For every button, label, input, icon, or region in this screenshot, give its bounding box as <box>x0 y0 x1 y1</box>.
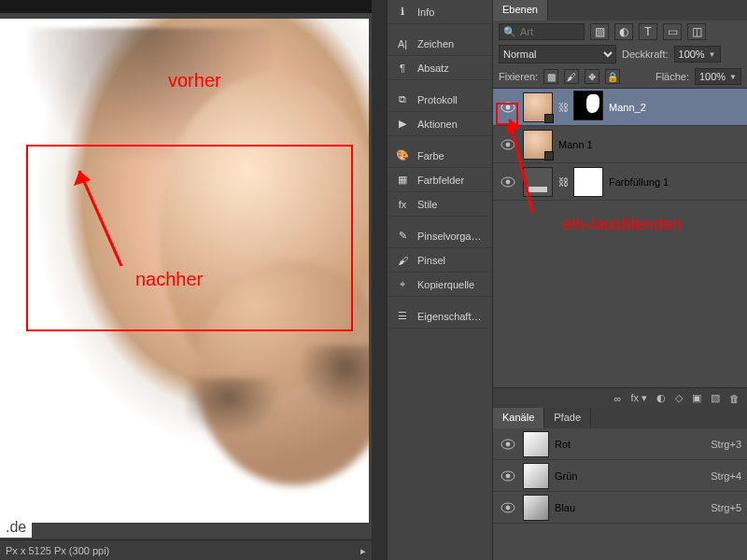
panel-paragraph[interactable]: ¶Absatz <box>388 56 492 80</box>
paragraph-icon: ¶ <box>395 61 410 76</box>
channel-thumbnail[interactable] <box>523 495 549 521</box>
trash-icon[interactable]: 🗑 <box>729 393 740 404</box>
layer-name[interactable]: Mann_2 <box>609 102 646 113</box>
watermark: .de <box>0 517 32 538</box>
panel-properties[interactable]: ☰Eigenschaft… <box>388 304 492 329</box>
opacity-value: 100% <box>679 49 705 60</box>
canvas-top-border <box>0 0 372 13</box>
panel-label: Protokoll <box>417 94 458 105</box>
chevron-down-icon: ▼ <box>729 73 737 81</box>
link-icon[interactable]: ⛓ <box>558 176 568 188</box>
layer-fx-icon[interactable]: fx ▾ <box>630 392 647 404</box>
link-layers-icon[interactable]: ∞ <box>614 393 622 404</box>
lock-all-icon[interactable]: 🔒 <box>605 69 620 84</box>
panel-color[interactable]: 🎨Farbe <box>388 144 492 168</box>
panel-brush-presets[interactable]: ✎Pinselvorga… <box>388 224 492 248</box>
status-text: Px x 5125 Px (300 ppi) <box>6 545 109 556</box>
layer-name[interactable]: Mann 1 <box>558 139 593 150</box>
layer-mask-thumbnail[interactable] <box>573 91 603 120</box>
panel-styles[interactable]: fxStile <box>388 192 492 217</box>
info-icon: ℹ <box>395 5 410 20</box>
properties-icon: ☰ <box>395 309 410 324</box>
annotation-arrow <box>70 163 135 271</box>
panel-label: Absatz <box>417 63 449 74</box>
channel-shortcut: Strg+5 <box>711 502 741 513</box>
panel-label: Stile <box>417 199 437 210</box>
filter-shape-icon[interactable]: ▭ <box>663 23 682 40</box>
channel-name: Grün <box>555 470 577 482</box>
color-icon: 🎨 <box>395 148 410 163</box>
fill-field[interactable]: 100%▼ <box>695 68 741 85</box>
canvas-area[interactable]: vorher nachher .de Px x 5125 Px (300 ppi… <box>0 0 372 560</box>
link-icon[interactable]: ⛓ <box>558 102 568 113</box>
layer-filter-kind[interactable]: 🔍 <box>499 23 585 40</box>
panel-brush[interactable]: 🖌Pinsel <box>388 248 492 273</box>
filter-adjust-icon[interactable]: ◐ <box>614 23 633 40</box>
blend-mode-select[interactable]: Normal <box>499 45 616 63</box>
collapsed-panels-column: ℹInfo A|Zeichen ¶Absatz ⧉Protokoll ▶Akti… <box>387 0 493 560</box>
layers-tabbar: Ebenen <box>493 0 747 21</box>
status-bar: Px x 5125 Px (300 ppi) ▸ <box>0 539 372 560</box>
swatches-icon: ▦ <box>395 173 410 188</box>
lock-pixels-icon[interactable]: 🖌 <box>564 69 579 84</box>
blend-row: Normal Deckkraft: 100%▼ <box>493 43 747 65</box>
search-icon: 🔍 <box>503 26 516 38</box>
channel-thumbnail[interactable] <box>523 463 549 489</box>
channel-row[interactable]: Blau Strg+5 <box>493 492 747 524</box>
filter-type-icon[interactable]: T <box>639 23 657 40</box>
group-icon[interactable]: ▣ <box>692 392 701 404</box>
panel-info[interactable]: ℹInfo <box>388 0 492 24</box>
svg-line-0 <box>79 171 121 266</box>
image-content <box>187 378 289 443</box>
history-icon: ⧉ <box>395 92 410 107</box>
filter-pixel-icon[interactable]: ▧ <box>590 23 609 40</box>
fill-value: 100% <box>699 71 726 82</box>
document-image[interactable]: vorher nachher <box>0 19 369 523</box>
layer-filter-input[interactable] <box>520 26 576 37</box>
add-mask-icon[interactable]: ◐ <box>656 392 666 404</box>
channels-list: Rot Strg+3 Grün Strg+4 Blau Strg+5 <box>493 428 747 524</box>
panel-clone-source[interactable]: ⌖Kopierquelle <box>388 273 492 297</box>
filter-smart-icon[interactable]: ◫ <box>687 23 706 40</box>
lock-transparency-icon[interactable]: ▩ <box>543 69 558 84</box>
tab-paths[interactable]: Pfade <box>544 408 591 428</box>
brush-icon: 🖌 <box>395 253 410 268</box>
panel-history[interactable]: ⧉Protokoll <box>388 88 492 112</box>
status-chevron-icon[interactable]: ▸ <box>360 540 366 560</box>
panel-label: Pinsel <box>417 255 445 266</box>
visibility-toggle[interactable] <box>499 467 517 485</box>
clone-source-icon: ⌖ <box>395 277 410 292</box>
panel-label: Aktionen <box>417 119 458 130</box>
smart-object-icon <box>544 114 554 123</box>
annotation-after: nachher <box>135 269 203 290</box>
panel-label: Pinselvorga… <box>417 231 481 242</box>
tab-layers[interactable]: Ebenen <box>493 0 548 21</box>
visibility-toggle[interactable] <box>499 435 517 454</box>
visibility-toggle[interactable] <box>499 498 517 517</box>
adjustment-layer-icon[interactable]: ◇ <box>675 392 683 404</box>
lock-position-icon[interactable]: ✥ <box>585 69 599 84</box>
fill-label: Fläche: <box>655 71 689 82</box>
layer-mask-thumbnail[interactable] <box>573 167 603 197</box>
panel-character[interactable]: A|Zeichen <box>388 32 492 56</box>
svg-line-14 <box>510 119 532 212</box>
layers-bottom-strip: ∞ fx ▾ ◐ ◇ ▣ ▧ 🗑 <box>493 387 747 408</box>
channel-row[interactable]: Grün Strg+4 <box>493 460 747 492</box>
lock-row: Fixieren: ▩ 🖌 ✥ 🔒 Fläche: 100%▼ <box>493 65 747 88</box>
styles-icon: fx <box>395 197 410 212</box>
channel-shortcut: Strg+4 <box>711 470 741 482</box>
channel-thumbnail[interactable] <box>523 431 549 457</box>
channel-row[interactable]: Rot Strg+3 <box>493 428 747 460</box>
panel-swatches[interactable]: ▦Farbfelder <box>388 168 492 192</box>
panel-label: Eigenschaft… <box>417 311 481 322</box>
panel-actions[interactable]: ▶Aktionen <box>388 112 492 136</box>
panel-label: Farbfelder <box>417 175 464 186</box>
opacity-field[interactable]: 100%▼ <box>674 46 721 63</box>
annotation-arrow-panel <box>504 114 542 198</box>
new-layer-icon[interactable]: ▧ <box>711 392 720 404</box>
channel-name: Blau <box>555 502 575 513</box>
layer-name[interactable]: Farbfüllung 1 <box>609 176 669 188</box>
panel-label: Farbe <box>417 150 444 161</box>
tab-channels[interactable]: Kanäle <box>493 408 544 428</box>
smart-object-icon <box>544 151 554 161</box>
